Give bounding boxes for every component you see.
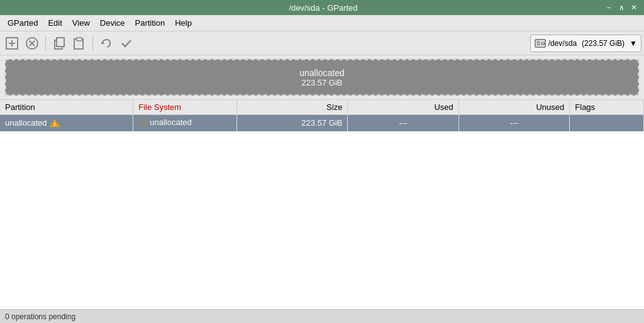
undo-icon	[99, 36, 113, 50]
copy-button[interactable]	[50, 34, 69, 53]
undo-button[interactable]	[97, 34, 116, 53]
cell-filesystem: unallocated	[133, 115, 237, 131]
apply-icon	[119, 36, 133, 50]
device-selector[interactable]: /dev/sda (223.57 GiB) ▼	[530, 35, 641, 52]
svg-text:!: !	[53, 121, 55, 128]
apply-button[interactable]	[117, 34, 136, 53]
minimize-button[interactable]: −	[604, 3, 614, 13]
table-body: unallocated ! unallocated	[0, 115, 644, 131]
svg-point-14	[542, 43, 543, 44]
disk-bar: unallocated 223.57 GiB	[5, 59, 639, 96]
toolbar-separator-1	[45, 36, 46, 51]
fs-color-box	[138, 118, 147, 127]
col-filesystem: File System	[133, 100, 237, 115]
window-controls[interactable]: − ∧ ✕	[604, 3, 639, 13]
maximize-button[interactable]: ∧	[616, 3, 626, 13]
device-label: /dev/sda	[548, 39, 577, 48]
partition-label: unallocated	[5, 118, 47, 128]
cell-partition: unallocated !	[0, 115, 133, 131]
svg-rect-7	[57, 38, 64, 47]
col-used: Used	[348, 100, 458, 115]
copy-icon	[52, 36, 66, 50]
disk-bar-size: 223.57 GiB	[301, 78, 342, 87]
col-unused: Unused	[458, 100, 569, 115]
menu-item-partition[interactable]: Partition	[130, 17, 170, 29]
delete-partition-button[interactable]	[23, 34, 42, 53]
svg-rect-12	[536, 41, 540, 46]
status-text: 0 operations pending	[5, 312, 75, 321]
new-icon	[5, 36, 19, 50]
device-size: (223.57 GiB)	[582, 39, 625, 48]
partition-table: Partition File System Size Used Unused F…	[0, 100, 644, 309]
title-bar: /dev/sda - GParted − ∧ ✕	[0, 0, 644, 15]
cell-flags	[570, 115, 644, 131]
partition-table-grid: Partition File System Size Used Unused F…	[0, 100, 644, 131]
menu-item-edit[interactable]: Edit	[43, 17, 67, 29]
device-dropdown-arrow: ▼	[630, 39, 637, 48]
cell-unused: ---	[458, 115, 569, 131]
new-partition-button[interactable]	[3, 34, 21, 53]
disk-visual: unallocated 223.57 GiB	[0, 55, 644, 100]
cell-used: ---	[348, 115, 458, 131]
table-row[interactable]: unallocated ! unallocated	[0, 115, 644, 131]
menu-bar: GPartedEditViewDevicePartitionHelp	[0, 15, 644, 31]
svg-marker-10	[101, 41, 104, 44]
menu-item-help[interactable]: Help	[170, 17, 197, 29]
delete-icon	[25, 36, 39, 50]
toolbar-separator-2	[92, 36, 93, 51]
close-button[interactable]: ✕	[629, 3, 639, 13]
paste-icon	[72, 36, 86, 50]
cell-size: 223.57 GiB	[236, 115, 347, 131]
fs-label: unallocated	[150, 118, 192, 127]
disk-icon	[535, 39, 546, 48]
col-flags: Flags	[570, 100, 644, 115]
menu-item-gparted[interactable]: GParted	[3, 17, 43, 29]
col-partition: Partition	[0, 100, 133, 115]
col-size: Size	[236, 100, 347, 115]
toolbar: /dev/sda (223.57 GiB) ▼	[0, 31, 644, 55]
menu-item-device[interactable]: Device	[95, 17, 130, 29]
window-title: /dev/sda - GParted	[43, 3, 604, 13]
disk-bar-label: unallocated	[299, 68, 345, 78]
svg-rect-9	[77, 38, 82, 41]
menu-item-view[interactable]: View	[67, 17, 95, 29]
status-bar: 0 operations pending	[0, 309, 644, 323]
table-header: Partition File System Size Used Unused F…	[0, 100, 644, 115]
warning-icon: !	[50, 119, 60, 128]
paste-button[interactable]	[70, 34, 89, 53]
